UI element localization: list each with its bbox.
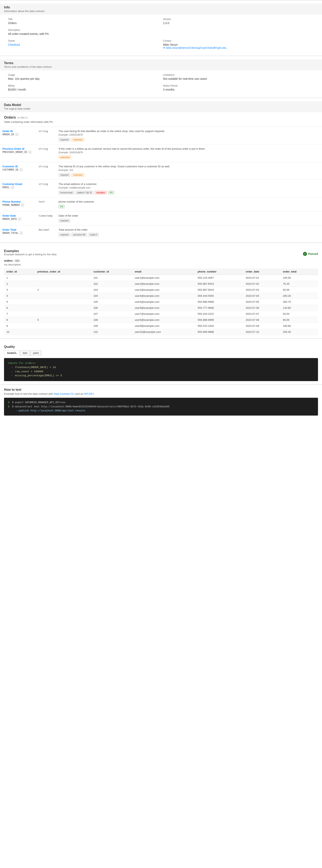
notice-item: Notice Period 3 months — [163, 84, 314, 91]
table-cell: 300.75 — [281, 299, 318, 305]
contact-email[interactable]: ibbie.sevyn@demo2C9wAaqZmyeC0ahaf67g3s.d… — [166, 46, 228, 49]
terminal-line2: $ $ datacontract test http://localhost:8… — [8, 405, 314, 409]
api-key-link[interactable]: API KEY — [84, 392, 94, 395]
field-example: Example: 1000314678 — [59, 151, 320, 154]
owner-link[interactable]: Checkout — [8, 43, 20, 46]
table-cell: 50.50 — [281, 311, 318, 317]
table-cell: 90.00 — [281, 317, 318, 323]
table-cell: 103 — [91, 287, 132, 293]
table-row: 32103user2@example.com555-987-65432023-0… — [4, 287, 318, 293]
dataset-name: orders — [4, 259, 13, 262]
title-item: Title Orders — [8, 18, 159, 25]
title-value: Orders — [8, 22, 159, 25]
table-cell: 109 — [91, 323, 132, 329]
contact-name: Ibbie Sevyn — [163, 43, 314, 46]
terms-header: Terms Terms and conditions of the data c… — [0, 59, 322, 70]
terms-section: Terms Terms and conditions of the data c… — [0, 56, 322, 98]
field-code: ORDER_ID ⊞ — [2, 133, 34, 136]
table-cell — [35, 281, 91, 287]
field-name[interactable]: Phone Number — [2, 200, 34, 203]
tag-restricted: restricted — [71, 138, 84, 142]
owner-item: Owner Checkout — [8, 39, 159, 49]
table-cell: 7 — [4, 311, 35, 317]
limitations-item: Limitations Not suitable for real-time u… — [163, 73, 314, 80]
table-cell: 555-987-6543 — [195, 287, 243, 293]
table-cell: 2023-07-01 — [243, 275, 281, 281]
field-name[interactable]: Customer Email — [2, 183, 34, 186]
field-type: string — [36, 145, 56, 162]
table-name-code: orders — [18, 116, 28, 119]
field-name[interactable]: Previous Order Id — [2, 147, 34, 150]
description-value: All order-created events, with PII. — [8, 32, 314, 35]
table-cell — [35, 305, 91, 311]
column-header: order_date — [243, 269, 281, 275]
data-contract-cli-link[interactable]: Data Contract CLI — [54, 392, 75, 395]
usage-item: Usage Max. 10x queries per day — [8, 73, 159, 80]
terms-subtitle: Terms and conditions of the data contrac… — [4, 65, 318, 68]
table-cell: 5 — [4, 299, 35, 305]
column-header: order_id — [4, 269, 35, 275]
terms-title: Terms — [4, 61, 318, 65]
data-model-header: Data Model The logical data model — [0, 101, 322, 112]
terminal-line3: --publish http://localhost:8080/api/test… — [8, 409, 314, 413]
tab-yaml[interactable]: yaml — [30, 350, 41, 355]
limitations-value: Not suitable for real-time use cases — [163, 77, 314, 80]
field-name[interactable]: Order Date — [2, 214, 34, 217]
examples-section: Examples Example datasets to get a feeli… — [0, 243, 322, 338]
tab-sodacl[interactable]: SodaCL — [4, 350, 20, 355]
info-subtitle: Information about the data contract — [4, 10, 318, 12]
table-cell — [35, 323, 91, 329]
field-example: Example: 101 — [59, 169, 320, 172]
field-row: Order ID ORDER_ID ⊞ string The user-faci… — [0, 127, 322, 145]
field-type: decimal — [36, 225, 56, 240]
field-code: PREVIOUS_ORDER_ID ⊞ — [2, 151, 34, 153]
tag-pii: PII — [108, 191, 114, 194]
column-header: email — [132, 269, 195, 275]
field-tags: restricted — [59, 155, 320, 159]
field-link-icon: ⊞ — [28, 151, 31, 153]
table-cell: 555-777-6666 — [195, 305, 243, 311]
field-code: CUSTOMER_ID ⊞ — [2, 168, 34, 171]
table-cell: 2023-07-07 — [243, 311, 281, 317]
table-cell: 2023-07-03 — [243, 287, 281, 293]
table-cell: 555-333-2222 — [195, 311, 243, 317]
code-line1: checks for orders: — [8, 361, 314, 366]
field-tags: requiredprecision:38scale:2 — [59, 233, 320, 237]
howto-title: How to test — [4, 388, 318, 392]
dataset-type: csv — [14, 259, 20, 262]
table-cell — [35, 299, 91, 305]
field-name[interactable]: Order ID — [2, 130, 34, 133]
table-row: 1101user1@example.com555-123-45672023-07… — [4, 275, 318, 281]
tag-required: required — [59, 173, 70, 177]
table-cell: 2023-07-10 — [243, 329, 281, 335]
table-cell — [35, 329, 91, 335]
data-model-subtitle: The logical data model — [4, 107, 318, 110]
and-text: and an — [76, 392, 83, 395]
terminal-text3: --publish http://localhost:8080/api/test… — [8, 409, 85, 412]
data-table-container: order_idprevious_order_idcustomer_idemai… — [4, 269, 318, 335]
table-cell: user6@example.com — [132, 305, 195, 311]
table-cell: 102 — [91, 281, 132, 287]
passed-check-icon: ✓ — [303, 252, 307, 256]
table-row: 10110user10@example.com555-999-88882023-… — [4, 329, 318, 335]
table-cell: 8 — [4, 317, 35, 323]
field-type: string — [36, 162, 56, 180]
field-link-icon: ⊞ — [21, 204, 24, 206]
tab-text[interactable]: text — [20, 350, 30, 355]
table-cell: 180.60 — [281, 323, 318, 329]
field-name[interactable]: Order Total — [2, 228, 34, 231]
field-type: string — [36, 180, 56, 197]
table-cell: user2@example.com — [132, 281, 195, 287]
table-cell: 2 — [4, 281, 35, 287]
table-row: 6106user6@example.com555-777-66662023-07… — [4, 305, 318, 311]
field-name[interactable]: Customer ID — [2, 165, 34, 168]
field-desc-cell: If this order is a follow up as customer… — [56, 145, 322, 162]
field-tags: requiredrestricted — [59, 173, 320, 177]
limitations-label: Limitations — [163, 73, 314, 76]
field-description: If this order is a follow up as customer… — [59, 147, 320, 150]
tag-required: required — [59, 233, 70, 237]
table-cell: 2 — [35, 287, 91, 293]
version-label: Version — [163, 18, 314, 21]
table-cell: 2023-07-05 — [243, 299, 281, 305]
field-description: The user-facing ID that identifies an or… — [59, 130, 320, 133]
